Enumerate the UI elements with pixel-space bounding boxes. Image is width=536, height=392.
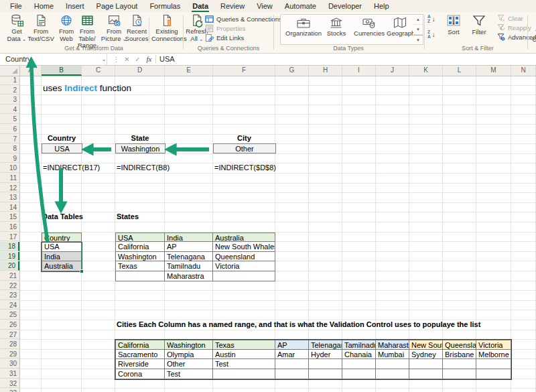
column-header-G[interactable]: G xyxy=(275,66,309,76)
row-header-20[interactable]: 20 xyxy=(0,261,19,271)
cities-table-cell[interactable] xyxy=(376,369,409,379)
column-header-E[interactable]: E xyxy=(165,66,213,76)
cities-table-cell[interactable]: Test xyxy=(213,359,275,369)
menu-tab-view[interactable]: View xyxy=(251,1,279,11)
row-header-28[interactable]: 28 xyxy=(0,340,19,349)
cities-table-cell[interactable]: Olympia xyxy=(165,350,213,360)
cities-table-cell[interactable]: Washington xyxy=(165,340,213,350)
gallery-scroll-up-icon[interactable]: ▲ xyxy=(413,15,423,25)
row-header-7[interactable]: 7 xyxy=(0,135,19,144)
cities-table-cell[interactable] xyxy=(275,359,309,369)
kebab-icon[interactable]: ⋮ xyxy=(111,54,121,65)
country-table-cell[interactable]: Country xyxy=(42,233,82,243)
country-table-cell[interactable]: India xyxy=(42,252,82,262)
states-table-cell[interactable]: USA xyxy=(115,233,165,243)
cities-table-cell[interactable]: California xyxy=(115,340,165,350)
row-header-9[interactable]: 9 xyxy=(0,154,19,164)
cities-table-cell[interactable] xyxy=(309,359,342,369)
cities-table-cell[interactable] xyxy=(342,359,376,369)
menu-tab-file[interactable]: File xyxy=(4,1,28,11)
column-header-M[interactable]: M xyxy=(476,66,511,76)
column-header-C[interactable]: C xyxy=(82,66,115,76)
states-table-cell[interactable] xyxy=(213,271,275,281)
menu-tab-home[interactable]: Home xyxy=(28,1,60,11)
data-type-stocks[interactable]: Stocks xyxy=(322,16,350,37)
cities-table-cell[interactable] xyxy=(443,359,476,369)
cities-table-cell[interactable]: Test xyxy=(165,369,213,379)
row-header-25[interactable]: 25 xyxy=(0,310,19,320)
existing-connections-button[interactable]: Existing Connections xyxy=(151,13,182,42)
cities-table-cell[interactable] xyxy=(409,359,443,369)
states-table-cell[interactable]: New South Whales xyxy=(213,242,275,252)
states-table-cell[interactable]: California xyxy=(115,242,165,252)
cities-table-cell[interactable]: Melborne xyxy=(476,350,511,360)
reapply-filter-button[interactable]: Reapply xyxy=(497,23,531,31)
cities-table-cell[interactable]: AP xyxy=(275,340,309,350)
row-header-5[interactable]: 5 xyxy=(0,115,19,124)
row-header-17[interactable]: 17 xyxy=(0,233,19,242)
edit-links-button[interactable]: Edit Links xyxy=(205,34,244,42)
cities-table-cell[interactable] xyxy=(443,369,476,379)
cities-table-cell[interactable]: Chanaia xyxy=(342,350,376,360)
formula-cell-b10[interactable]: =INDIRECT(B17) xyxy=(43,164,100,172)
cities-table-cell[interactable]: Tamilnadu xyxy=(342,340,376,350)
column-header-H[interactable]: H xyxy=(309,66,342,76)
row-header-30[interactable]: 30 xyxy=(0,359,19,369)
from-table-range-button[interactable]: From Table/ Range xyxy=(71,13,103,50)
country-table-cell[interactable]: Australia xyxy=(42,261,82,271)
cities-table-cell[interactable]: New South Whales xyxy=(409,340,443,350)
cities-table-cell[interactable] xyxy=(409,369,443,379)
cities-table-cell[interactable] xyxy=(476,369,511,379)
cities-table-cell[interactable]: Brisbane xyxy=(443,350,476,360)
formula-input[interactable]: USA xyxy=(159,54,175,65)
cities-table-cell[interactable]: Austin xyxy=(213,350,275,360)
states-table-cell[interactable]: Maharastra xyxy=(165,271,213,281)
menu-tab-formulas[interactable]: Formulas xyxy=(143,1,186,11)
row-header-6[interactable]: 6 xyxy=(0,125,19,134)
state-dropdown-cell[interactable]: Washington xyxy=(115,143,165,153)
filter-button[interactable]: Filter xyxy=(468,13,490,36)
row-header-12[interactable]: 12 xyxy=(0,184,19,193)
enter-icon[interactable]: ✓ xyxy=(133,54,143,65)
row-header-13[interactable]: 13 xyxy=(0,193,19,202)
row-header-27[interactable]: 27 xyxy=(0,330,19,340)
states-table-cell[interactable]: Telenagana xyxy=(165,252,213,262)
clear-filter-button[interactable]: Clear xyxy=(497,14,523,22)
row-header-19[interactable]: 19 xyxy=(0,252,19,261)
city-dropdown-cell[interactable]: Other xyxy=(213,143,276,153)
row-header-2[interactable]: 2 xyxy=(0,86,19,95)
column-header-K[interactable]: K xyxy=(409,66,443,76)
cities-table-cell[interactable] xyxy=(342,369,376,379)
row-header-22[interactable]: 22 xyxy=(0,281,19,291)
cities-table-cell[interactable]: Queensland xyxy=(443,340,476,350)
states-table-cell[interactable]: India xyxy=(165,233,213,243)
formula-cell-f10[interactable]: =INDIRECT($D$8) xyxy=(214,164,276,172)
cities-table-cell[interactable]: Corona xyxy=(115,369,165,379)
country-dropdown-cell[interactable]: USA xyxy=(42,143,82,153)
row-header-23[interactable]: 23 xyxy=(0,291,19,300)
name-box-dropdown-icon[interactable]: ⌄ xyxy=(99,54,109,65)
text-to-columns-button[interactable]: Text to Columns xyxy=(530,13,536,43)
row-header-14[interactable]: 14 xyxy=(0,203,19,212)
fill-handle[interactable] xyxy=(80,269,84,273)
country-table-cell[interactable]: USA xyxy=(42,242,82,252)
cities-table-cell[interactable]: Victoria xyxy=(476,340,511,350)
formula-cell-d10[interactable]: =INDIRECT(B8) xyxy=(117,164,170,172)
row-header-33[interactable]: 33 xyxy=(0,389,19,392)
states-table-cell[interactable]: Australia xyxy=(213,233,275,243)
row-header-32[interactable]: 32 xyxy=(0,379,19,389)
states-table-cell[interactable] xyxy=(115,271,165,281)
cities-table-cell[interactable]: Telenagana xyxy=(309,340,342,350)
row-header-31[interactable]: 31 xyxy=(0,369,19,379)
cities-table-cell[interactable]: Hyder xyxy=(309,350,342,360)
recent-sources-button[interactable]: Recent Sources xyxy=(123,13,150,42)
data-type-organization[interactable]: Organization xyxy=(283,16,324,37)
select-all-corner[interactable] xyxy=(0,66,20,76)
cities-table-cell[interactable]: Texas xyxy=(213,340,275,350)
column-header-B[interactable]: B xyxy=(42,66,82,76)
from-text-csv-button[interactable]: From Text/CSV xyxy=(27,13,55,42)
cities-table-cell[interactable]: Riverside xyxy=(115,359,165,369)
fx-icon[interactable]: fx xyxy=(144,54,154,65)
cities-table-cell[interactable]: Mumbai xyxy=(376,350,409,360)
cities-table-cell[interactable]: Sacramento xyxy=(115,350,165,360)
